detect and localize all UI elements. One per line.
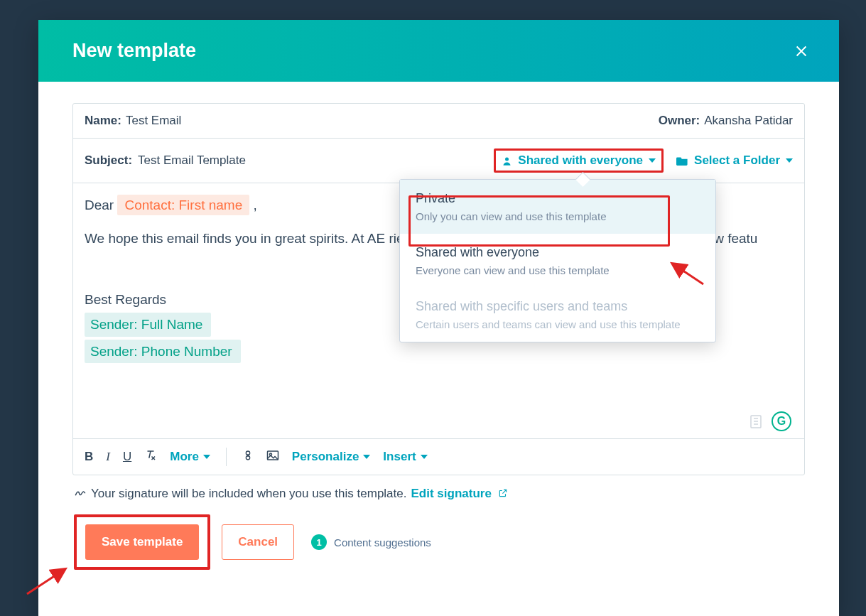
chevron-down-icon bbox=[363, 455, 370, 459]
edit-signature-link[interactable]: Edit signature bbox=[411, 487, 507, 501]
highlight-save-button: Save template bbox=[74, 514, 210, 570]
chevron-down-icon bbox=[421, 455, 428, 459]
row-subject: Subject: Test Email Template Shared with… bbox=[73, 138, 804, 183]
save-template-button[interactable]: Save template bbox=[85, 524, 199, 560]
svg-point-0 bbox=[505, 157, 509, 161]
grammarly-icon[interactable]: G bbox=[772, 411, 791, 431]
toolbar-separator bbox=[226, 448, 227, 466]
editor-toolbar: B I U More Personalize bbox=[73, 438, 804, 475]
more-dropdown[interactable]: More bbox=[170, 450, 210, 464]
name-label: Name: bbox=[85, 114, 121, 128]
insert-dropdown[interactable]: Insert bbox=[383, 450, 427, 464]
svg-line-6 bbox=[673, 264, 703, 284]
token-sender-name[interactable]: Sender: Full Name bbox=[85, 313, 211, 336]
editor-corner-icons: G bbox=[747, 411, 791, 431]
content-suggestions[interactable]: 1 Content suggestions bbox=[311, 534, 431, 550]
owner-value: Akansha Patidar bbox=[704, 114, 793, 128]
chevron-down-icon bbox=[786, 158, 793, 163]
folder-label: Select a Folder bbox=[694, 153, 780, 168]
image-button[interactable] bbox=[266, 450, 279, 465]
owner-label: Owner: bbox=[659, 114, 700, 128]
modal-footer: Save template Cancel 1 Content suggestio… bbox=[72, 509, 805, 584]
annotation-arrow-dropdown bbox=[669, 261, 705, 286]
name-value[interactable]: Test Email bbox=[126, 114, 181, 128]
person-icon bbox=[502, 156, 512, 166]
chevron-down-icon bbox=[649, 158, 656, 163]
signature-row: Your signature will be included when you… bbox=[72, 475, 805, 509]
bold-button[interactable]: B bbox=[85, 450, 93, 464]
annotation-arrow-save bbox=[24, 566, 70, 597]
sharing-option-private[interactable]: Private Only you can view and use this t… bbox=[400, 180, 715, 234]
greeting-suffix: , bbox=[254, 198, 257, 212]
link-button[interactable] bbox=[242, 449, 254, 465]
close-icon[interactable] bbox=[794, 43, 809, 59]
sharing-option-everyone[interactable]: Shared with everyone Everyone can view a… bbox=[400, 234, 715, 288]
underline-button[interactable]: U bbox=[123, 450, 131, 464]
folder-icon bbox=[676, 156, 688, 166]
token-contact-first-name[interactable]: Contact: First name bbox=[117, 195, 249, 215]
modal-header: New template bbox=[38, 20, 839, 82]
modal-body: Name: Test Email Owner: Akansha Patidar … bbox=[38, 82, 839, 616]
row-name-owner: Name: Test Email Owner: Akansha Patidar bbox=[73, 104, 804, 138]
chevron-down-icon bbox=[203, 455, 210, 459]
clear-format-button[interactable] bbox=[144, 449, 157, 465]
cancel-button[interactable]: Cancel bbox=[222, 524, 294, 560]
highlight-sharing-dropdown: Shared with everyone bbox=[494, 148, 664, 173]
sharing-option-specific: Shared with specific users and teams Cer… bbox=[400, 288, 715, 342]
greeting-prefix: Dear bbox=[85, 198, 117, 212]
sharing-dropdown-trigger[interactable]: Shared with everyone bbox=[502, 153, 656, 168]
clipboard-icon[interactable] bbox=[747, 413, 764, 430]
select-folder-trigger[interactable]: Select a Folder bbox=[676, 153, 793, 168]
personalize-dropdown[interactable]: Personalize bbox=[292, 450, 371, 464]
signature-text: Your signature will be included when you… bbox=[91, 487, 406, 501]
suggestion-label: Content suggestions bbox=[334, 536, 431, 549]
modal-title: New template bbox=[72, 40, 196, 62]
signature-icon bbox=[74, 485, 87, 502]
sharing-current: Shared with everyone bbox=[518, 153, 643, 168]
sharing-dropdown: Private Only you can view and use this t… bbox=[399, 179, 716, 342]
subject-label: Subject: bbox=[85, 153, 132, 168]
italic-button[interactable]: I bbox=[106, 450, 110, 464]
subject-value[interactable]: Test Email Template bbox=[138, 153, 246, 168]
token-sender-phone[interactable]: Sender: Phone Number bbox=[85, 340, 241, 363]
suggestion-count-badge: 1 bbox=[311, 534, 327, 550]
svg-line-7 bbox=[27, 570, 64, 594]
